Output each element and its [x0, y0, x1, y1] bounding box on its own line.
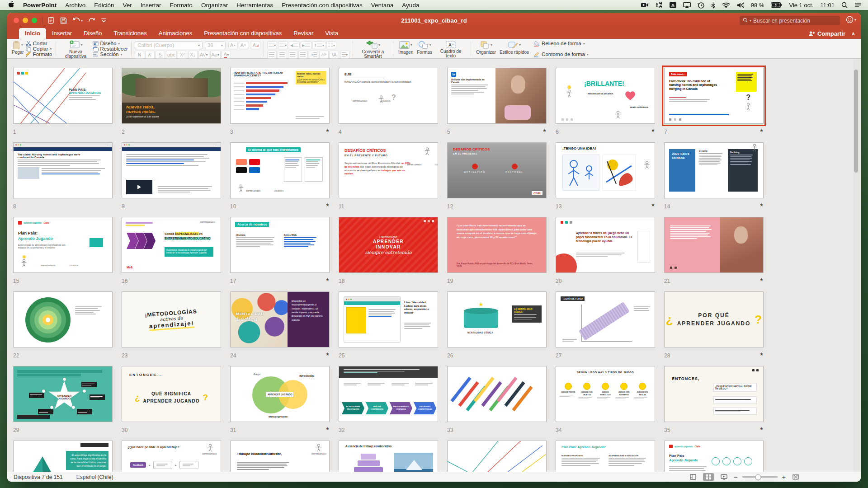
- time-machine-icon[interactable]: [698, 2, 704, 9]
- slide-thumbnail-33[interactable]: [447, 366, 547, 422]
- tab-inicio[interactable]: Inicio: [19, 28, 46, 39]
- decrease-indent-button[interactable]: ◀: [289, 41, 300, 49]
- copy-button[interactable]: Copiar▾: [26, 46, 52, 52]
- menu-powerpoint[interactable]: PowerPoint: [23, 2, 57, 9]
- menu-formato[interactable]: Formato: [170, 2, 193, 9]
- menu-list-icon[interactable]: [854, 2, 862, 8]
- line-spacing-button[interactable]: ⇕▾: [312, 41, 326, 49]
- slide-thumbnail-14[interactable]: 2022 Skills OutlookGrowingDeclining: [664, 142, 764, 198]
- slide-thumbnail-4[interactable]: EJEINNOVACIÓN para la competitividad y l…: [339, 68, 438, 124]
- quick-styles-button[interactable]: ▾ Estilos rápidos: [498, 40, 531, 58]
- slide-thumbnail-34[interactable]: SEGÚN LEGO HAY 5 TIPOS DE JUEGOJUEGOS FÍ…: [556, 366, 655, 422]
- bluetooth-icon[interactable]: [711, 2, 715, 9]
- slide-thumbnail-22[interactable]: [13, 291, 113, 347]
- align-center-button[interactable]: [278, 51, 287, 59]
- indent-marks-button[interactable]: ⇥: [309, 51, 318, 59]
- tab-diseño[interactable]: Diseño: [78, 28, 108, 39]
- minimize-button[interactable]: [23, 18, 28, 23]
- design-button[interactable]: Diseño▾: [93, 41, 128, 46]
- redo-button[interactable]: [88, 17, 95, 23]
- wifi-icon[interactable]: [722, 2, 730, 8]
- character-spacing-button[interactable]: AV▾: [198, 51, 209, 59]
- menu-archivo[interactable]: Archivo: [65, 2, 85, 9]
- scrollbar-thumb[interactable]: [854, 70, 858, 173]
- font-color-button[interactable]: A▾: [222, 51, 231, 59]
- change-case-button[interactable]: Aa▾: [210, 51, 221, 59]
- insert-image-button[interactable]: ▾ Imagen: [396, 40, 415, 58]
- language-label[interactable]: Español (Chile): [76, 474, 113, 480]
- airdrop-app-icon[interactable]: [670, 2, 676, 8]
- text-box-button[interactable]: A Cuadro de texto: [434, 40, 467, 58]
- slide-thumbnail-31[interactable]: JuegoINTENCIÓNAPRENDER JUGANDOMetacognic…: [230, 366, 330, 422]
- close-button[interactable]: [14, 18, 19, 23]
- clear-formatting-button[interactable]: A◢: [251, 41, 260, 49]
- share-button[interactable]: Compartir: [808, 30, 845, 37]
- slide-thumbnail-26[interactable]: ★MENTALIDAD LÚDICALA MENTALIDAD LÚDICA: [447, 291, 547, 347]
- numbering-button[interactable]: ▾: [278, 41, 288, 49]
- shape-fill-button[interactable]: Relleno de forma▾: [533, 41, 589, 46]
- fit-to-window-button[interactable]: [790, 473, 801, 481]
- slide-sorter-view-button[interactable]: [703, 473, 714, 481]
- slide-thumbnail-5[interactable]: inBrillante idea implementada en Canadá.: [447, 68, 547, 124]
- volume-icon[interactable]: [737, 2, 744, 8]
- italic-button[interactable]: K: [145, 51, 155, 59]
- slide-thumbnail-35[interactable]: ENTONCES,¿EN QUÉ NOS FIJAMOS AL ELEGIR U…: [664, 366, 764, 422]
- apple-menu-icon[interactable]: [8, 1, 14, 9]
- slide-thumbnail-19[interactable]: “Los científicos han determinado recient…: [447, 217, 547, 273]
- slide-thumbnail-32[interactable]: INCERTIDUMBREFRUSTRACIÓNANÁLISISCOMPRENS…: [339, 366, 438, 422]
- increase-font-button[interactable]: A▲: [228, 41, 238, 49]
- arrange-button[interactable]: ▾ Organizar: [474, 40, 498, 58]
- zoom-slider-knob[interactable]: [755, 474, 761, 480]
- slide-thumbnail-3[interactable]: HOW DIFFICULT ARE THE DIFFERENT SPANISH …: [230, 68, 330, 124]
- slide-thumbnail-15[interactable]: aprendo jugandoChilePlan País:Aprendo Ju…: [13, 217, 113, 273]
- tab-vista[interactable]: Vista: [319, 28, 344, 39]
- paste-button[interactable]: ▾ Pegar: [10, 40, 26, 58]
- slide-thumbnail-36[interactable]: El aprendizaje significativo es la meta.…: [13, 441, 113, 472]
- zoom-out-button[interactable]: −: [734, 475, 738, 479]
- menu-ayuda[interactable]: Ayuda: [402, 2, 419, 9]
- underline-button[interactable]: S: [156, 51, 165, 59]
- slide-thumbnail-8[interactable]: The claim: Nursing homes and orphanages …: [13, 142, 113, 198]
- align-text-button[interactable]: ⫴A: [330, 51, 339, 59]
- shape-outline-button[interactable]: Contorno de forma▾: [533, 52, 589, 57]
- font-size-select[interactable]: 36▾: [205, 41, 226, 49]
- tab-transiciones[interactable]: Transiciones: [108, 28, 153, 39]
- text-options-button[interactable]: ▾: [340, 51, 349, 59]
- slide-thumbnail-11[interactable]: DESAFÍOS CRÍTICOSEN EL PRESENTE Y FUTURO…: [339, 142, 438, 198]
- bold-button[interactable]: N: [135, 51, 144, 59]
- slide-thumbnail-7[interactable]: Fake news...Fact check: No evidence of n…: [664, 68, 764, 124]
- scrollbar-track[interactable]: [854, 59, 860, 472]
- zoom-in-button[interactable]: +: [782, 475, 786, 479]
- font-name-select[interactable]: Calibri (Cuerpo)▾: [135, 41, 203, 49]
- section-button[interactable]: Sección▾: [93, 52, 128, 57]
- slide-thumbnail-30[interactable]: ENTONCES...¿QUÉ SIGNIFICAAPRENDER JUGAND…: [122, 366, 221, 422]
- slide-thumbnail-38[interactable]: Trabajar colaborativamente,EMPRESARIADO: [230, 441, 330, 472]
- collapse-ribbon-button[interactable]: ∧: [851, 31, 855, 37]
- airplay-icon[interactable]: [683, 2, 691, 8]
- customize-toolbar-button[interactable]: [101, 18, 107, 23]
- align-right-button[interactable]: [288, 51, 297, 59]
- undo-button[interactable]: ▾: [72, 17, 83, 23]
- fullscreen-button[interactable]: [32, 18, 37, 23]
- normal-view-button[interactable]: [688, 473, 698, 481]
- slide-thumbnail-25[interactable]: Libro “Mentalidad Lúdica: para crear, ed…: [339, 291, 438, 347]
- slide-thumbnail-12[interactable]: DESAFÍOS CRÍTICOSEN EL PRESENTEMOTIVACIÓ…: [447, 142, 547, 198]
- spotlight-icon[interactable]: [841, 2, 848, 8]
- menu-ventana[interactable]: Ventana: [371, 2, 394, 9]
- slide-thumbnail-23[interactable]: ¡METODOLOGÍASactivas deaprendizaje!: [122, 291, 221, 347]
- slide-thumbnail-21[interactable]: [664, 217, 764, 273]
- strikethrough-button[interactable]: abc: [166, 51, 177, 59]
- menu-insertar[interactable]: Insertar: [141, 2, 161, 9]
- slide-thumbnail-6[interactable]: ¡BRILLANTE!RESIDENCIAS DE ANCIANOSBEBÉS …: [556, 68, 655, 124]
- new-presentation-button[interactable]: [47, 17, 55, 24]
- screen-share-icon[interactable]: [656, 2, 663, 8]
- feedback-smiley-button[interactable]: ▾: [846, 16, 856, 23]
- reset-button[interactable]: Restablecer: [93, 46, 128, 52]
- slide-thumbnail-2[interactable]: Nuevos retos,nuevas metas.29 de septiemb…: [122, 68, 221, 124]
- slide-thumbnail-41[interactable]: Plan País: Aprendo Jugando*NUESTRO PROPÓ…: [556, 441, 655, 472]
- menu-herramientas[interactable]: Herramientas: [236, 2, 273, 9]
- convert-smartart-button[interactable]: ▾ Convertir a SmartArt: [356, 40, 390, 58]
- slide-thumbnail-37[interactable]: ¿Qué hace posible el aprendizaje?EMPRESA…: [122, 441, 221, 472]
- tab-insertar[interactable]: Insertar: [46, 28, 78, 39]
- slide-thumbnail-9[interactable]: [122, 142, 221, 198]
